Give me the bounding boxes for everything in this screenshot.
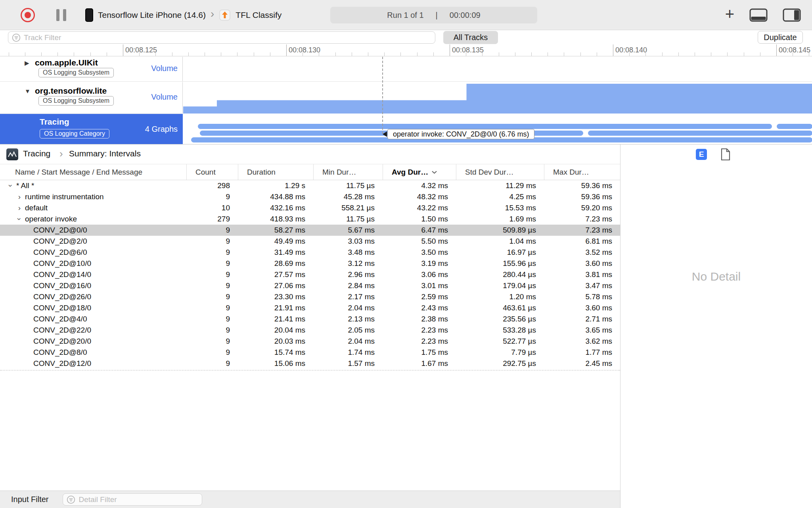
track-row-uikit[interactable]: ▶ com.apple.UIKit OS Logging Subsystem V… [0,57,812,82]
interval-bar[interactable] [588,131,812,136]
table-row[interactable]: CONV_2D@22/0920.04 ms2.05 ms2.23 ms533.2… [0,325,620,336]
cell-name: CONV_2D@10/0 [0,258,186,269]
intervals-table: ›* All *2981.29 s11.75 µs4.32 ms11.29 ms… [0,180,620,369]
row-disclosure-chevron[interactable]: › [5,183,16,189]
row-disclosure-chevron[interactable]: › [17,191,22,202]
timeline-ruler[interactable]: 00:08.12500:08.13000:08.13500:08.14000:0… [0,44,812,56]
table-row[interactable]: CONV_2D@6/0931.49 ms3.48 ms3.50 ms16.97 … [0,247,620,258]
cell-count: 9 [186,358,238,369]
cell-min: 3.12 ms [313,258,383,269]
table-row[interactable]: CONV_2D@26/0923.30 ms2.17 ms2.59 ms1.20 … [0,291,620,302]
row-disclosure-chevron[interactable]: › [14,216,25,222]
track-graph-area[interactable] [183,57,812,81]
tracing-intervals-graph[interactable]: operator invoke: CONV_2D@0/0 (6.76 ms) [183,114,812,144]
cell-duration: 27.57 ms [238,269,313,280]
cell-min: 3.48 ms [313,247,383,258]
extended-detail-tab-button[interactable]: E [696,149,707,160]
cell-name: CONV_2D@12/0 [0,358,186,369]
column-header-min[interactable]: Min Dur… [313,164,383,180]
disclosure-triangle-expanded-icon[interactable]: ▼ [25,88,31,94]
all-tracks-button[interactable]: All Tracks [443,31,498,44]
record-button[interactable] [21,8,35,22]
chevron-right-icon: › [211,8,214,22]
column-header-stddev[interactable]: Std Dev Dur… [456,164,544,180]
document-inspector-tab-button[interactable] [720,148,731,162]
breadcrumb-item-summary[interactable]: Summary: Intervals [69,149,141,158]
cell-std: 1.04 ms [456,236,544,247]
duplicate-button[interactable]: Duplicate [758,31,803,44]
record-dot-icon [25,12,31,18]
cell-max: 7.23 ms [544,225,620,236]
table-row[interactable]: CONV_2D@14/0927.57 ms2.96 ms3.06 ms280.4… [0,269,620,280]
table-row[interactable]: ›default10432.16 ms558.21 µs43.22 ms15.5… [0,202,620,214]
table-row[interactable]: CONV_2D@18/0921.91 ms2.04 ms2.43 ms463.6… [0,302,620,314]
playhead-cursor[interactable] [382,57,383,134]
device-app-selector[interactable]: Tensorflow Lite iPhone (14.6) › TFL Clas… [85,0,282,30]
ruler-timestamp-label: 00:08.125 [125,46,157,54]
ruler-timestamp-label: 00:08.140 [615,46,647,54]
table-row[interactable]: CONV_2D@0/0958.27 ms5.67 ms6.47 ms509.89… [0,225,620,236]
cell-min: 558.21 µs [313,202,383,214]
table-row[interactable]: ›runtime instrumentation9434.88 ms45.28 … [0,191,620,202]
detail-filter-input[interactable] [79,495,198,504]
ruler-major-tick [450,44,450,56]
instruments-window: Tensorflow Lite iPhone (14.6) › TFL Clas… [0,0,812,508]
table-row[interactable]: CONV_2D@4/0921.41 ms2.13 ms2.38 ms235.56… [0,314,620,325]
interval-bar[interactable] [777,124,812,129]
column-header-avg-sorted[interactable]: Avg Dur… [383,164,456,180]
breadcrumb-item-tracing[interactable]: Tracing [23,149,50,158]
track-filter-field[interactable] [8,31,435,44]
cell-duration: 432.16 ms [238,202,313,214]
cell-max: 59.36 ms [544,191,620,202]
pause-icon [56,9,59,21]
table-row[interactable]: CONV_2D@2/0949.49 ms3.03 ms5.50 ms1.04 m… [0,236,620,247]
toggle-bottom-pane-button[interactable] [749,8,768,22]
interval-tooltip: operator invoke: CONV_2D@0/0 (6.76 ms) [387,129,534,139]
add-instrument-button[interactable]: + [725,6,734,24]
cell-duration: 31.49 ms [238,247,313,258]
table-row[interactable]: CONV_2D@8/0915.74 ms1.74 ms1.75 ms7.79 µ… [0,347,620,358]
cell-name: CONV_2D@8/0 [0,347,186,358]
track-row-tensorflow[interactable]: ▼ org.tensorflow.lite OS Logging Subsyst… [0,82,812,114]
disclosure-triangle-collapsed-icon[interactable]: ▶ [25,60,29,67]
track-filter-input[interactable] [24,33,431,42]
table-row[interactable]: ›operator invoke279418.93 ms11.75 µs1.50… [0,214,620,225]
table-row[interactable]: ›* All *2981.29 s11.75 µs4.32 ms11.29 ms… [0,180,620,191]
track-name: Tracing [40,117,69,127]
tooltip-arrow-left-icon [383,131,387,137]
cell-std: 1.69 ms [456,214,544,225]
volume-area-chart[interactable] [183,82,812,113]
cell-count: 9 [186,336,238,347]
column-header-duration[interactable]: Duration [238,164,313,180]
detail-filter-field[interactable] [63,493,202,506]
cell-min: 2.17 ms [313,291,383,302]
column-header-count[interactable]: Count [186,164,238,180]
cell-duration: 20.03 ms [238,336,313,347]
ruler-minor-tick [25,52,25,56]
cell-min: 11.75 µs [313,214,383,225]
cell-avg: 2.59 ms [383,291,456,302]
row-disclosure-chevron[interactable]: › [17,202,22,214]
toggle-right-pane-button[interactable] [783,8,801,22]
cell-count: 9 [186,314,238,325]
cell-count: 9 [186,291,238,302]
cell-min: 2.05 ms [313,325,383,336]
inspector-panel: E No Detail [620,144,812,508]
column-header-max[interactable]: Max Dur… [544,164,620,180]
table-row[interactable]: CONV_2D@20/0920.03 ms2.04 ms2.23 ms522.7… [0,336,620,347]
column-header-name[interactable]: Name / Start Message / End Message [0,164,186,180]
track-row-tracing-selected[interactable]: Tracing OS Logging Category 4 Graphs ope… [0,114,812,144]
interval-bar[interactable] [198,124,772,129]
cell-duration: 434.88 ms [238,191,313,202]
row-name-label: CONV_2D@8/0 [33,348,87,356]
cell-avg: 4.32 ms [383,180,456,191]
ruler-minor-tick [90,52,91,56]
table-row[interactable]: CONV_2D@16/0927.06 ms2.84 ms3.01 ms179.0… [0,280,620,291]
cell-std: 16.97 µs [456,247,544,258]
cell-count: 9 [186,247,238,258]
table-row[interactable]: CONV_2D@12/0915.06 ms1.57 ms1.67 ms292.7… [0,358,620,369]
pause-button[interactable] [56,9,66,21]
table-row[interactable]: CONV_2D@10/0928.69 ms3.12 ms3.19 ms155.9… [0,258,620,269]
cell-max: 3.52 ms [544,247,620,258]
cell-min: 2.13 ms [313,314,383,325]
